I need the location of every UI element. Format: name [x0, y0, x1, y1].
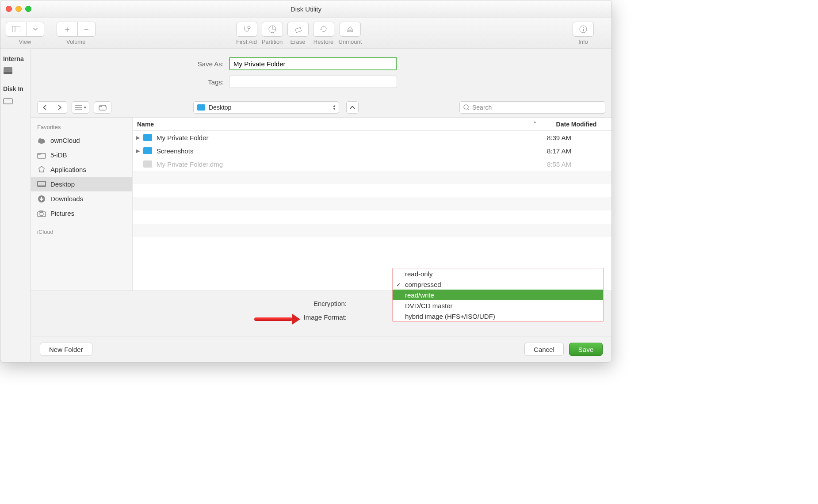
volume-label: Volume: [66, 38, 85, 45]
unmount-button[interactable]: [340, 22, 361, 37]
sidebar-item-pictures[interactable]: Pictures: [31, 206, 132, 221]
erase-label: Erase: [291, 38, 306, 45]
svg-point-21: [38, 138, 42, 142]
date-column-header[interactable]: Date Modified: [541, 121, 612, 128]
file-date: 8:17 AM: [541, 147, 612, 155]
sidebar-item-downloads[interactable]: Downloads: [31, 191, 132, 206]
column-header: Name˄ Date Modified: [133, 118, 612, 131]
sidebar-item-label: Applications: [50, 166, 86, 173]
view-menu-button[interactable]: [27, 22, 44, 37]
svg-point-22: [42, 139, 44, 141]
svg-point-28: [40, 212, 43, 216]
name-column-header[interactable]: Name˄: [133, 121, 541, 128]
location-popup[interactable]: Desktop ▲▼: [193, 101, 339, 114]
file-date: 8:39 AM: [541, 134, 612, 141]
table-row: [133, 197, 612, 210]
restore-label: Restore: [313, 38, 334, 45]
nav-back-button[interactable]: [37, 101, 52, 114]
close-window-button[interactable]: [6, 6, 12, 12]
toolbar: View ＋ − Volume First Aid Partition Eras…: [0, 18, 612, 49]
new-folder-button[interactable]: New Folder: [40, 343, 92, 356]
svg-point-18: [464, 105, 468, 109]
unmount-label: Unmount: [339, 38, 362, 45]
chevron-down-icon: [33, 28, 38, 31]
favorites-header: Favorites: [31, 122, 132, 133]
browser-toolbar: ▾ + Desktop ▲▼ Search: [31, 99, 612, 117]
first-aid-label: First Aid: [236, 38, 257, 45]
favorites-sidebar: Favorites ownCloud 5-iDB Applications De…: [31, 118, 133, 290]
image-format-menu: read-only ✓compressed read/write DVD/CD …: [392, 268, 604, 322]
icloud-header: iCloud: [31, 227, 132, 238]
folder-icon: [143, 134, 152, 141]
chevron-left-icon: [43, 105, 46, 110]
sidebar-diskimage-item[interactable]: [3, 95, 28, 107]
sidebar-item-label: ownCloud: [50, 137, 80, 144]
view-label: View: [19, 38, 31, 45]
add-volume-button[interactable]: ＋: [57, 22, 78, 37]
menu-item-readonly[interactable]: read-only: [393, 268, 603, 279]
folder-icon: [37, 152, 46, 159]
disclosure-triangle-icon[interactable]: ▶: [133, 135, 143, 141]
minus-icon: −: [84, 25, 89, 34]
window-controls: [6, 6, 31, 12]
download-icon: [37, 195, 46, 202]
devices-sidebar: Interna Disk In: [0, 49, 31, 362]
search-placeholder: Search: [472, 104, 492, 111]
table-row[interactable]: ▶ My Private Folder 8:39 AM: [133, 131, 612, 144]
sidebar-item-label: Desktop: [50, 180, 75, 188]
first-aid-button[interactable]: [236, 22, 257, 37]
maximize-window-button[interactable]: [25, 6, 31, 12]
svg-rect-24: [38, 181, 46, 187]
stethoscope-icon: [243, 25, 251, 33]
file-name: My Private Folder.dmg: [157, 160, 541, 168]
sidebar-item-applications[interactable]: Applications: [31, 162, 132, 177]
pie-icon: [268, 25, 276, 33]
tags-label: Tags:: [43, 78, 229, 86]
file-list: Name˄ Date Modified ▶ My Private Folder …: [133, 118, 612, 290]
search-field[interactable]: Search: [459, 101, 605, 114]
info-icon: [579, 25, 587, 33]
restore-button[interactable]: [313, 22, 334, 37]
file-name: Screenshots: [157, 147, 541, 155]
menu-item-hybrid[interactable]: hybrid image (HFS+/ISO/UDF): [393, 311, 603, 321]
file-date: 8:55 AM: [541, 160, 612, 168]
chevron-right-icon: [58, 105, 61, 110]
sidebar-item-owncloud[interactable]: ownCloud: [31, 133, 132, 148]
menu-item-compressed[interactable]: ✓compressed: [393, 279, 603, 290]
window-title: Disk Utility: [291, 5, 321, 13]
sidebar-item-label: 5-iDB: [50, 151, 67, 159]
menu-item-dvdcd[interactable]: DVD/CD master: [393, 300, 603, 311]
svg-rect-0: [12, 26, 20, 32]
sidebar-item-5idb[interactable]: 5-iDB: [31, 148, 132, 162]
format-options: Encryption: Image Format: read-only ✓com…: [31, 290, 612, 336]
disk-utility-window: Disk Utility View ＋ − Volume First Aid: [0, 0, 612, 363]
cancel-button[interactable]: Cancel: [524, 343, 564, 356]
view-sidebar-button[interactable]: [6, 22, 27, 37]
applications-icon: [37, 166, 46, 173]
group-button[interactable]: +: [94, 101, 111, 114]
save-as-field[interactable]: [229, 57, 397, 70]
info-button[interactable]: [573, 22, 594, 37]
folder-plus-icon: +: [99, 104, 107, 111]
disk-icon: [3, 67, 13, 75]
partition-button[interactable]: [262, 22, 283, 37]
tags-field[interactable]: [229, 76, 397, 88]
checkmark-icon: ✓: [396, 281, 401, 288]
view-mode-button[interactable]: ▾: [72, 101, 89, 114]
disclosure-triangle-icon[interactable]: ▶: [133, 148, 143, 154]
restore-icon: [320, 25, 328, 33]
table-row: [133, 210, 612, 224]
collapse-button[interactable]: [346, 101, 359, 114]
table-row: My Private Folder.dmg 8:55 AM: [133, 157, 612, 171]
sidebar-disk-item[interactable]: [3, 65, 28, 76]
nav-forward-button[interactable]: [52, 101, 67, 114]
menu-item-readwrite[interactable]: read/write: [393, 290, 603, 300]
sidebar-item-desktop[interactable]: Desktop: [31, 177, 132, 191]
table-row[interactable]: ▶ Screenshots 8:17 AM: [133, 144, 612, 157]
erase-button[interactable]: [287, 22, 309, 37]
remove-volume-button[interactable]: −: [78, 22, 96, 37]
sort-ascending-icon: ˄: [534, 121, 536, 127]
minimize-window-button[interactable]: [15, 6, 22, 12]
save-button[interactable]: Save: [569, 343, 603, 356]
image-format-label: Image Format:: [43, 313, 353, 321]
